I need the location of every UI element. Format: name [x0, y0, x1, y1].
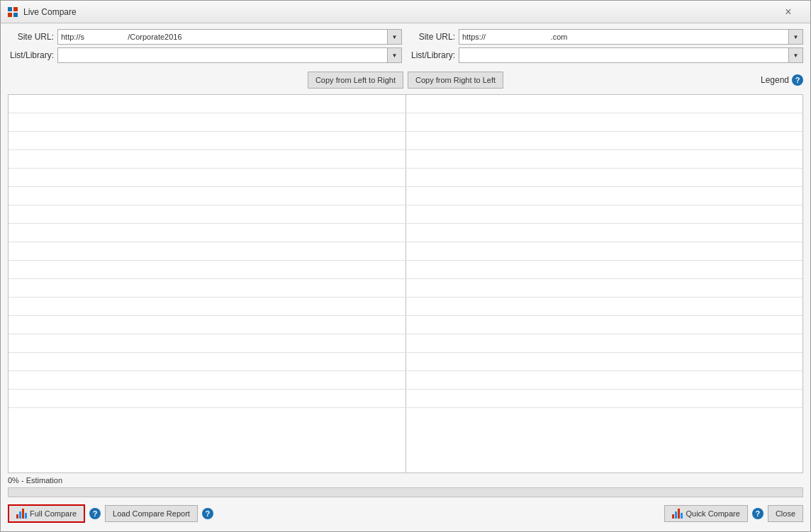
legend-label: Legend [761, 75, 789, 85]
table-row [9, 242, 802, 261]
close-button[interactable]: Close [768, 505, 803, 522]
right-list-label: List/Library: [409, 50, 455, 60]
grid-cell-left [9, 242, 406, 260]
table-row [9, 261, 802, 279]
table-row [9, 334, 802, 353]
table-row [9, 371, 802, 390]
grid-cell-left [9, 95, 406, 113]
window-title: Live Compare [23, 7, 772, 17]
svg-rect-1 [13, 7, 18, 11]
table-row [9, 298, 802, 316]
qbar1 [672, 514, 674, 519]
qbar3 [678, 509, 680, 519]
right-site-url-group: Site URL: ▼ [409, 29, 803, 45]
table-row [9, 408, 802, 472]
table-row [9, 113, 802, 132]
grid-cell-right [406, 316, 803, 334]
status-bar: 0% - Estimation [8, 473, 803, 487]
copy-left-to-right-button[interactable]: Copy from Left to Right [308, 72, 403, 89]
grid-cell-left [9, 298, 406, 315]
qbar4 [681, 513, 683, 519]
copy-right-to-left-button[interactable]: Copy from Right to Left [408, 72, 503, 89]
grid-cell-right [406, 187, 803, 205]
grid-cell-left [9, 224, 406, 242]
grid-cell-left [9, 279, 406, 297]
quick-compare-help-icon[interactable]: ? [752, 508, 764, 519]
table-row [9, 205, 802, 224]
grid-cell-right [406, 150, 803, 168]
site-url-row: Site URL: ▼ Site URL: ▼ [8, 29, 803, 45]
grid-cell-right [406, 261, 803, 278]
app-icon [6, 6, 19, 18]
grid-cell-left [9, 390, 406, 407]
grid-cell-left [9, 334, 406, 352]
grid-cell-right [406, 390, 803, 407]
grid-cell-right [406, 113, 803, 131]
bar2 [19, 511, 21, 519]
left-site-url-input[interactable] [57, 29, 388, 45]
right-site-url-input[interactable] [459, 29, 789, 45]
svg-rect-0 [8, 7, 12, 11]
table-row [9, 150, 802, 169]
grid-cell-right [406, 205, 803, 223]
content-area: Site URL: ▼ Site URL: ▼ List/Library: [1, 23, 810, 531]
left-site-url-wrapper: ▼ [57, 29, 402, 45]
grid-cell-right [406, 224, 803, 242]
grid-cell-right [406, 353, 803, 370]
grid-cell-left [9, 132, 406, 149]
grid-cell-left [9, 150, 406, 168]
legend-area: Legend ? [761, 74, 803, 86]
grid-cell-left [9, 371, 406, 389]
right-site-url-dropdown[interactable]: ▼ [789, 29, 803, 45]
grid-cell-left [9, 261, 406, 278]
title-bar: Live Compare × [1, 1, 810, 23]
legend-help-icon[interactable]: ? [792, 74, 803, 86]
full-compare-help-icon[interactable]: ? [89, 508, 101, 519]
right-list-input[interactable] [459, 47, 789, 63]
grid-cell-left [9, 169, 406, 186]
grid-cell-right [406, 132, 803, 149]
right-list-wrapper: ▼ [459, 47, 803, 63]
table-row [9, 187, 802, 205]
grid-cell-right [406, 371, 803, 389]
grid-cell-left [9, 353, 406, 370]
footer-right: Quick Compare ? Close [664, 505, 803, 522]
table-row [9, 390, 802, 408]
left-list-input[interactable] [57, 47, 388, 63]
table-row [9, 132, 802, 150]
table-row [9, 95, 802, 113]
right-site-url-wrapper: ▼ [459, 29, 803, 45]
compare-grid [8, 94, 803, 473]
list-library-row: List/Library: ▼ List/Library: ▼ [8, 47, 803, 63]
grid-cell-left [9, 316, 406, 334]
grid-cell-left [9, 205, 406, 223]
left-list-group: List/Library: ▼ [8, 47, 402, 63]
quick-compare-label: Quick Compare [686, 509, 739, 518]
left-site-url-group: Site URL: ▼ [8, 29, 402, 45]
full-compare-button[interactable]: Full Compare [8, 504, 85, 523]
left-list-label: List/Library: [8, 50, 54, 60]
close-window-button[interactable]: × [772, 1, 805, 23]
left-site-url-label: Site URL: [8, 32, 54, 42]
right-site-url-label: Site URL: [409, 32, 455, 42]
table-row [9, 169, 802, 187]
qbar2 [675, 511, 677, 519]
svg-rect-3 [13, 13, 18, 17]
grid-cell-left [9, 408, 406, 472]
table-row [9, 224, 802, 242]
left-list-dropdown[interactable]: ▼ [388, 47, 402, 63]
grid-content [9, 95, 802, 472]
grid-cell-left [9, 113, 406, 131]
left-site-url-dropdown[interactable]: ▼ [388, 29, 402, 45]
load-compare-report-button[interactable]: Load Compare Report [105, 505, 198, 522]
table-row [9, 353, 802, 371]
grid-cell-right [406, 279, 803, 297]
right-list-dropdown[interactable]: ▼ [789, 47, 803, 63]
grid-cell-left [9, 187, 406, 205]
left-list-wrapper: ▼ [57, 47, 402, 63]
quick-compare-button[interactable]: Quick Compare [664, 505, 747, 522]
progress-bar-container [8, 487, 803, 497]
main-window: Live Compare × Site URL: ▼ Site URL: ▼ [0, 0, 811, 532]
load-compare-help-icon[interactable]: ? [202, 508, 213, 519]
bar4 [25, 513, 27, 519]
